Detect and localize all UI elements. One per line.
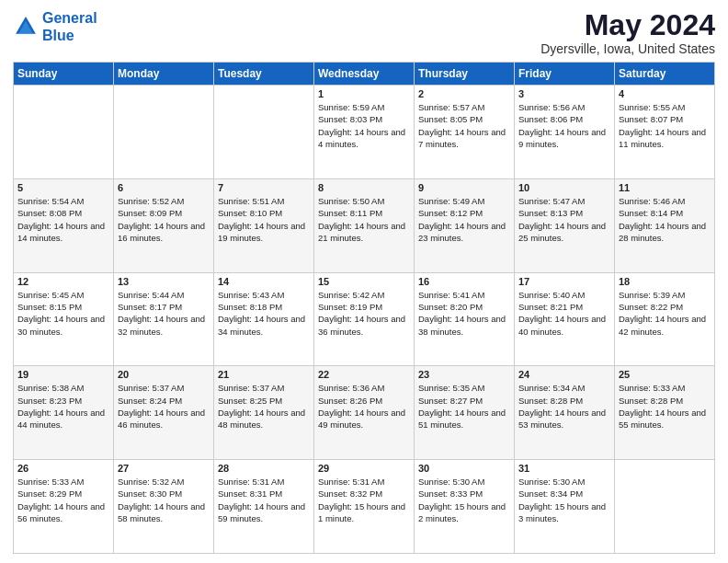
calendar-cell: 22Sunrise: 5:36 AMSunset: 8:26 PMDayligh…: [314, 366, 415, 460]
calendar-cell: 18Sunrise: 5:39 AMSunset: 8:22 PMDayligh…: [615, 272, 715, 366]
calendar-cell: 1Sunrise: 5:59 AMSunset: 8:03 PMDaylight…: [314, 86, 415, 179]
header: General Blue May 2024 Dyersville, Iowa, …: [13, 9, 715, 56]
day-number: 9: [418, 182, 510, 193]
day-number: 15: [318, 276, 410, 287]
calendar-cell: 25Sunrise: 5:33 AMSunset: 8:28 PMDayligh…: [615, 366, 715, 460]
day-info: Sunrise: 5:36 AMSunset: 8:26 PMDaylight:…: [318, 382, 410, 431]
day-number: 22: [318, 369, 410, 380]
main-title: May 2024: [540, 9, 715, 41]
day-number: 10: [518, 182, 610, 193]
day-info: Sunrise: 5:31 AMSunset: 8:32 PMDaylight:…: [318, 476, 410, 524]
day-info: Sunrise: 5:32 AMSunset: 8:30 PMDaylight:…: [118, 476, 210, 524]
calendar-cell: 4Sunrise: 5:55 AMSunset: 8:07 PMDaylight…: [615, 86, 715, 179]
day-number: 26: [17, 463, 109, 474]
day-info: Sunrise: 5:49 AMSunset: 8:12 PMDaylight:…: [418, 195, 510, 244]
day-info: Sunrise: 5:43 AMSunset: 8:18 PMDaylight:…: [218, 289, 310, 338]
day-info: Sunrise: 5:38 AMSunset: 8:23 PMDaylight:…: [17, 382, 109, 431]
calendar-week-5: 26Sunrise: 5:33 AMSunset: 8:29 PMDayligh…: [14, 460, 715, 554]
calendar-table: Sunday Monday Tuesday Wednesday Thursday…: [13, 62, 715, 554]
day-number: 16: [418, 276, 510, 287]
calendar-cell: 30Sunrise: 5:30 AMSunset: 8:33 PMDayligh…: [415, 460, 515, 554]
day-number: 3: [518, 88, 610, 99]
calendar-week-2: 5Sunrise: 5:54 AMSunset: 8:08 PMDaylight…: [14, 178, 715, 272]
logo-line2: Blue: [42, 27, 97, 44]
calendar-cell: [14, 86, 114, 179]
calendar-cell: 7Sunrise: 5:51 AMSunset: 8:10 PMDaylight…: [214, 178, 314, 272]
day-info: Sunrise: 5:54 AMSunset: 8:08 PMDaylight:…: [17, 195, 109, 244]
day-info: Sunrise: 5:44 AMSunset: 8:17 PMDaylight:…: [118, 289, 210, 338]
calendar-cell: 19Sunrise: 5:38 AMSunset: 8:23 PMDayligh…: [14, 366, 114, 460]
day-number: 7: [218, 182, 310, 193]
calendar-cell: 14Sunrise: 5:43 AMSunset: 8:18 PMDayligh…: [214, 272, 314, 366]
title-block: May 2024 Dyersville, Iowa, United States: [540, 9, 715, 56]
day-number: 31: [518, 463, 610, 474]
day-number: 24: [518, 369, 610, 380]
day-number: 8: [318, 182, 410, 193]
calendar-cell: [214, 86, 314, 179]
day-number: 27: [118, 463, 210, 474]
calendar-cell: 20Sunrise: 5:37 AMSunset: 8:24 PMDayligh…: [114, 366, 214, 460]
day-info: Sunrise: 5:46 AMSunset: 8:14 PMDaylight:…: [619, 195, 711, 244]
calendar-cell: 17Sunrise: 5:40 AMSunset: 8:21 PMDayligh…: [515, 272, 615, 366]
calendar-cell: [114, 86, 214, 179]
day-number: 19: [17, 369, 109, 380]
calendar-cell: 8Sunrise: 5:50 AMSunset: 8:11 PMDaylight…: [314, 178, 415, 272]
calendar-cell: 16Sunrise: 5:41 AMSunset: 8:20 PMDayligh…: [415, 272, 515, 366]
logo-text: General Blue: [42, 9, 97, 44]
day-number: 6: [118, 182, 210, 193]
day-number: 17: [518, 276, 610, 287]
day-info: Sunrise: 5:31 AMSunset: 8:31 PMDaylight:…: [218, 476, 310, 524]
calendar-cell: 13Sunrise: 5:44 AMSunset: 8:17 PMDayligh…: [114, 272, 214, 366]
calendar-cell: 28Sunrise: 5:31 AMSunset: 8:31 PMDayligh…: [214, 460, 314, 554]
calendar-cell: 6Sunrise: 5:52 AMSunset: 8:09 PMDaylight…: [114, 178, 214, 272]
day-info: Sunrise: 5:45 AMSunset: 8:15 PMDaylight:…: [17, 289, 109, 338]
day-info: Sunrise: 5:50 AMSunset: 8:11 PMDaylight:…: [318, 195, 410, 244]
calendar-week-1: 1Sunrise: 5:59 AMSunset: 8:03 PMDaylight…: [14, 86, 715, 179]
day-info: Sunrise: 5:55 AMSunset: 8:07 PMDaylight:…: [619, 101, 711, 150]
day-info: Sunrise: 5:30 AMSunset: 8:33 PMDaylight:…: [418, 476, 510, 524]
day-number: 21: [218, 369, 310, 380]
day-number: 28: [218, 463, 310, 474]
col-sunday: Sunday: [14, 63, 114, 86]
day-info: Sunrise: 5:35 AMSunset: 8:27 PMDaylight:…: [418, 382, 510, 431]
day-number: 2: [418, 88, 510, 99]
col-thursday: Thursday: [415, 63, 515, 86]
day-info: Sunrise: 5:33 AMSunset: 8:28 PMDaylight:…: [619, 382, 711, 431]
calendar-cell: 10Sunrise: 5:47 AMSunset: 8:13 PMDayligh…: [515, 178, 615, 272]
day-number: 20: [118, 369, 210, 380]
day-number: 18: [619, 276, 711, 287]
col-friday: Friday: [515, 63, 615, 86]
subtitle: Dyersville, Iowa, United States: [540, 41, 715, 56]
day-info: Sunrise: 5:56 AMSunset: 8:06 PMDaylight:…: [518, 101, 610, 150]
day-number: 13: [118, 276, 210, 287]
logo-line1: General: [42, 10, 97, 26]
day-info: Sunrise: 5:34 AMSunset: 8:28 PMDaylight:…: [518, 382, 610, 431]
logo: General Blue: [13, 9, 97, 44]
day-info: Sunrise: 5:33 AMSunset: 8:29 PMDaylight:…: [17, 476, 109, 524]
day-info: Sunrise: 5:37 AMSunset: 8:24 PMDaylight:…: [118, 382, 210, 431]
day-number: 30: [418, 463, 510, 474]
day-number: 5: [17, 182, 109, 193]
day-number: 14: [218, 276, 310, 287]
col-tuesday: Tuesday: [214, 63, 314, 86]
day-info: Sunrise: 5:59 AMSunset: 8:03 PMDaylight:…: [318, 101, 410, 150]
day-number: 12: [17, 276, 109, 287]
day-info: Sunrise: 5:51 AMSunset: 8:10 PMDaylight:…: [218, 195, 310, 244]
calendar-cell: 26Sunrise: 5:33 AMSunset: 8:29 PMDayligh…: [14, 460, 114, 554]
day-info: Sunrise: 5:39 AMSunset: 8:22 PMDaylight:…: [619, 289, 711, 338]
day-info: Sunrise: 5:41 AMSunset: 8:20 PMDaylight:…: [418, 289, 510, 338]
day-info: Sunrise: 5:30 AMSunset: 8:34 PMDaylight:…: [518, 476, 610, 524]
day-info: Sunrise: 5:37 AMSunset: 8:25 PMDaylight:…: [218, 382, 310, 431]
calendar-cell: 2Sunrise: 5:57 AMSunset: 8:05 PMDaylight…: [415, 86, 515, 179]
page: General Blue May 2024 Dyersville, Iowa, …: [0, 0, 728, 563]
day-number: 25: [619, 369, 711, 380]
day-number: 1: [318, 88, 410, 99]
calendar-cell: 24Sunrise: 5:34 AMSunset: 8:28 PMDayligh…: [515, 366, 615, 460]
calendar-cell: 12Sunrise: 5:45 AMSunset: 8:15 PMDayligh…: [14, 272, 114, 366]
calendar-cell: 27Sunrise: 5:32 AMSunset: 8:30 PMDayligh…: [114, 460, 214, 554]
day-info: Sunrise: 5:40 AMSunset: 8:21 PMDaylight:…: [518, 289, 610, 338]
calendar-cell: 15Sunrise: 5:42 AMSunset: 8:19 PMDayligh…: [314, 272, 415, 366]
calendar-header-row: Sunday Monday Tuesday Wednesday Thursday…: [14, 63, 715, 86]
day-number: 29: [318, 463, 410, 474]
col-wednesday: Wednesday: [314, 63, 415, 86]
